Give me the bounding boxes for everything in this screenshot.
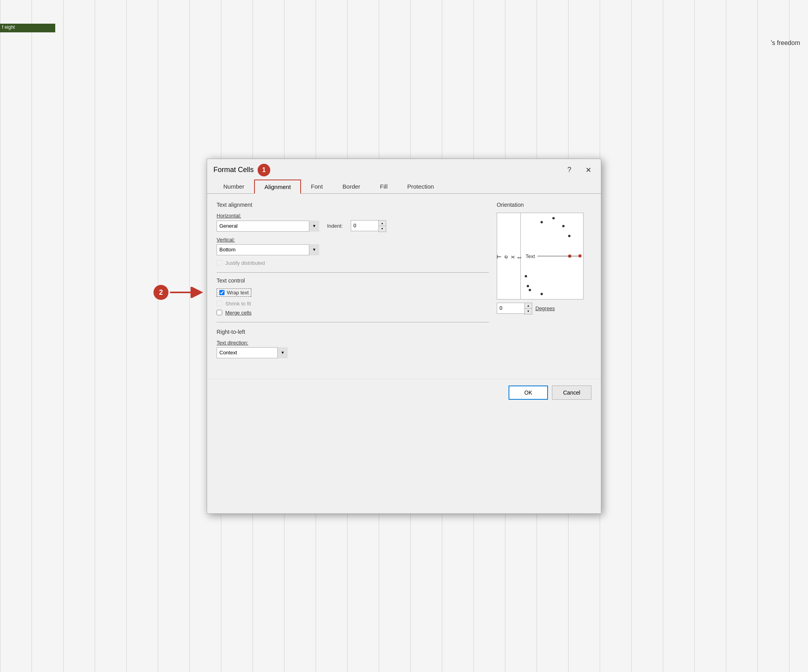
title-bar: Format Cells 1 ? ✕ bbox=[207, 159, 601, 180]
wrap-text-row: 2 Wrap text bbox=[217, 288, 489, 297]
text-direction-group: Text direction: Context Left-to-Right Ri… bbox=[217, 340, 489, 358]
text-direction-wrapper: Context Left-to-Right Right-to-Left ▼ bbox=[217, 347, 288, 358]
left-panel: Text alignment Horizontal: General Left … bbox=[217, 202, 489, 363]
vertical-group: Vertical: Top Center Bottom Justify Dist… bbox=[217, 237, 489, 255]
degrees-up-btn[interactable]: ▲ bbox=[525, 303, 532, 309]
dialog-overlay: Format Cells 1 ? ✕ Number Alignment Font… bbox=[0, 0, 808, 672]
vertical-select[interactable]: Top Center Bottom Justify Distributed bbox=[217, 244, 319, 255]
indent-down-btn[interactable]: ▼ bbox=[379, 226, 386, 232]
indent-row: Indent: ▲ ▼ bbox=[327, 220, 386, 232]
wrap-text-highlight: Wrap text bbox=[217, 288, 251, 297]
horizontal-group: Horizontal: General Left Center Right Fi… bbox=[217, 213, 489, 232]
degrees-down-btn[interactable]: ▼ bbox=[525, 309, 532, 314]
tab-number[interactable]: Number bbox=[213, 180, 254, 194]
merge-cells-checkbox[interactable] bbox=[217, 310, 222, 315]
merge-cells-row: Merge cells bbox=[217, 310, 489, 316]
right-panel: Orientation Text bbox=[497, 202, 591, 363]
degrees-row: ▲ ▼ Degrees bbox=[497, 303, 591, 314]
horizontal-select[interactable]: General Left Center Right Fill Justify C… bbox=[217, 221, 319, 232]
justify-distributed-checkbox[interactable] bbox=[217, 260, 222, 266]
indent-label: Indent: bbox=[327, 223, 343, 229]
orientation-label: Orientation bbox=[497, 202, 591, 208]
cancel-button[interactable]: Cancel bbox=[552, 386, 591, 400]
text-direction-select[interactable]: Context Left-to-Right Right-to-Left bbox=[217, 347, 288, 358]
orient-dot-6 bbox=[541, 293, 543, 295]
title-bar-right: ? ✕ bbox=[564, 164, 595, 176]
annotation-arrow bbox=[170, 287, 206, 298]
annotation-2: 2 bbox=[153, 285, 206, 300]
degrees-spinner-btns: ▲ ▼ bbox=[524, 303, 532, 314]
title-bar-left: Format Cells 1 bbox=[213, 164, 270, 176]
tab-bar: Number Alignment Font Border Fill Protec… bbox=[207, 180, 601, 194]
indent-spinner-btns: ▲ ▼ bbox=[378, 220, 386, 232]
orient-dot-7 bbox=[527, 285, 529, 287]
indent-spinner: ▲ ▼ bbox=[351, 220, 386, 232]
vertical-select-wrapper: Top Center Bottom Justify Distributed ▼ bbox=[217, 244, 319, 255]
orient-dot-4 bbox=[568, 235, 570, 237]
wrap-text-label: Wrap text bbox=[227, 290, 249, 296]
tab-font[interactable]: Font bbox=[301, 180, 333, 194]
text-direction-label: Text direction: bbox=[217, 340, 489, 346]
badge-2: 2 bbox=[153, 285, 168, 300]
justify-distributed-label: Justify distributed bbox=[225, 260, 265, 266]
format-cells-dialog: Format Cells 1 ? ✕ Number Alignment Font… bbox=[207, 159, 601, 514]
rtl-section: Right-to-left Text direction: Context Le… bbox=[217, 329, 489, 358]
indent-input[interactable] bbox=[351, 220, 378, 231]
tab-protection[interactable]: Protection bbox=[397, 180, 444, 194]
merge-cells-label: Merge cells bbox=[225, 310, 251, 316]
dialog-content: Text alignment Horizontal: General Left … bbox=[207, 194, 601, 371]
close-button[interactable]: ✕ bbox=[582, 164, 595, 176]
tab-fill[interactable]: Fill bbox=[370, 180, 397, 194]
shrink-to-fit-row: Shrink to fit bbox=[217, 301, 489, 307]
shrink-to-fit-label: Shrink to fit bbox=[225, 301, 251, 307]
vertical-label: Vertical: bbox=[217, 237, 489, 243]
orient-text-label: Text bbox=[526, 253, 535, 259]
shrink-to-fit-checkbox[interactable] bbox=[217, 301, 222, 306]
wrap-text-checkbox[interactable] bbox=[219, 290, 224, 295]
orient-line bbox=[537, 256, 580, 256]
ok-button[interactable]: OK bbox=[509, 386, 548, 400]
orient-dot-5 bbox=[529, 289, 531, 291]
orient-left-panel: Text bbox=[497, 213, 521, 299]
orient-vertical-text: Text bbox=[496, 253, 522, 258]
orient-line-handle[interactable] bbox=[578, 254, 582, 257]
dialog-footer: OK Cancel bbox=[207, 379, 601, 406]
rtl-label: Right-to-left bbox=[217, 329, 489, 335]
text-alignment-label: Text alignment bbox=[217, 202, 489, 208]
orient-dot-3 bbox=[562, 225, 565, 227]
orient-text-row: Text bbox=[526, 253, 580, 259]
orient-right-panel: Text bbox=[521, 213, 583, 299]
orient-dot-1 bbox=[541, 221, 543, 223]
badge-1: 1 bbox=[258, 164, 270, 176]
indent-up-btn[interactable]: ▲ bbox=[379, 221, 386, 226]
dialog-title: Format Cells bbox=[213, 166, 254, 174]
orientation-box[interactable]: Text bbox=[497, 213, 584, 299]
horizontal-label: Horizontal: bbox=[217, 213, 489, 219]
tab-alignment[interactable]: Alignment bbox=[254, 180, 301, 194]
text-control-label: Text control bbox=[217, 277, 489, 284]
tab-border[interactable]: Border bbox=[333, 180, 370, 194]
degrees-input[interactable] bbox=[497, 303, 524, 314]
degrees-label: Degrees bbox=[535, 305, 555, 311]
orient-dot-2 bbox=[552, 217, 555, 219]
justify-distributed-row: Justify distributed bbox=[217, 260, 489, 266]
horizontal-select-wrapper: General Left Center Right Fill Justify C… bbox=[217, 221, 319, 232]
orient-dot-8 bbox=[525, 275, 527, 277]
help-button[interactable]: ? bbox=[564, 164, 574, 176]
degrees-spinner: ▲ ▼ bbox=[497, 303, 532, 314]
